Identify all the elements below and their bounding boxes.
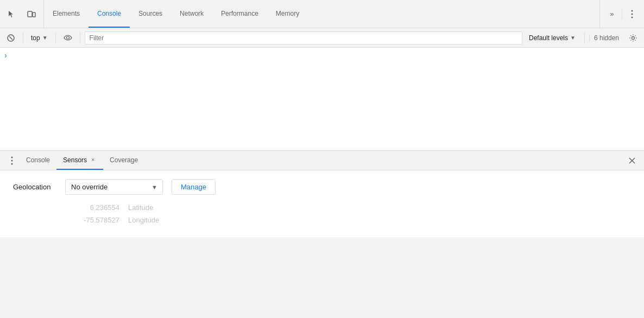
geo-select-wrapper: No override Berlin London Moscow Mountai… [65, 179, 163, 195]
bottom-tab-console[interactable]: Console [20, 151, 56, 170]
options-menu-btn[interactable] [624, 7, 640, 22]
svg-point-2 [632, 10, 633, 11]
svg-point-8 [632, 36, 635, 39]
svg-point-7 [66, 36, 69, 39]
nav-tabs: Elements Console Sources Network Perform… [44, 0, 599, 28]
eye-filter-btn[interactable] [60, 30, 75, 46]
divider-2 [55, 33, 56, 43]
bottom-tab-sensors[interactable]: Sensors × [56, 151, 103, 170]
toolbar-more: » [599, 0, 644, 28]
console-caret-icon: › [4, 51, 7, 60]
bottom-tabs-bar: Console Sensors × Coverage [0, 151, 644, 170]
levels-selector[interactable]: Default levels ▼ [525, 33, 580, 43]
latitude-label: Latitude [128, 203, 153, 212]
tab-network[interactable]: Network [171, 0, 212, 28]
geolocation-select[interactable]: No override Berlin London Moscow Mountai… [65, 179, 163, 195]
console-area: › [0, 48, 644, 151]
bottom-panel: Console Sensors × Coverage Geolocation N… [0, 151, 644, 318]
svg-point-10 [11, 160, 13, 161]
svg-rect-1 [33, 12, 35, 17]
console-settings-btn[interactable] [626, 30, 641, 46]
console-prompt[interactable]: › [0, 48, 644, 63]
divider-4 [584, 33, 585, 43]
tab-elements[interactable]: Elements [44, 0, 89, 28]
divider-3 [80, 33, 80, 43]
top-toolbar: Elements Console Sources Network Perform… [0, 0, 644, 28]
svg-line-6 [9, 36, 12, 40]
more-tabs-btn[interactable]: » [604, 7, 620, 22]
toolbar-divider [622, 9, 622, 20]
close-bottom-panel-btn[interactable] [624, 153, 640, 168]
tab-performance[interactable]: Performance [212, 0, 267, 28]
tab-memory[interactable]: Memory [267, 0, 308, 28]
longitude-row: -75.578527 Longitude [13, 216, 631, 224]
device-icon-btn[interactable] [24, 7, 39, 22]
svg-point-11 [11, 163, 13, 164]
context-selector[interactable]: top ▼ [28, 33, 51, 43]
svg-point-9 [11, 156, 13, 158]
geolocation-label: Geolocation [13, 183, 56, 191]
latitude-row: 6.236554 Latitude [13, 203, 631, 212]
cursor-icon-btn[interactable] [4, 7, 20, 22]
tab-console[interactable]: Console [89, 0, 130, 28]
context-chevron-icon: ▼ [42, 35, 48, 41]
longitude-label: Longitude [128, 216, 159, 224]
longitude-value: -75.578527 [65, 216, 119, 224]
manage-geolocation-btn[interactable]: Manage [172, 179, 216, 195]
sensors-panel: Geolocation No override Berlin London Mo… [0, 170, 644, 237]
sensors-tab-close-btn[interactable]: × [89, 156, 97, 164]
hidden-count-label: 6 hidden [589, 34, 623, 42]
divider-1 [23, 33, 23, 43]
geolocation-row: Geolocation No override Berlin London Mo… [13, 179, 631, 195]
latitude-value: 6.236554 [65, 203, 119, 212]
bottom-tab-coverage[interactable]: Coverage [103, 151, 144, 170]
svg-point-3 [632, 13, 633, 15]
toolbar-icons [0, 0, 44, 28]
second-toolbar: top ▼ Default levels ▼ 6 hidden [0, 28, 644, 48]
svg-point-4 [632, 16, 633, 18]
levels-chevron-icon: ▼ [570, 35, 576, 41]
filter-input[interactable] [85, 31, 522, 44]
svg-rect-0 [28, 11, 32, 17]
bottom-panel-menu-btn[interactable] [4, 153, 20, 168]
tab-sources[interactable]: Sources [130, 0, 171, 28]
clear-console-btn[interactable] [3, 30, 18, 46]
